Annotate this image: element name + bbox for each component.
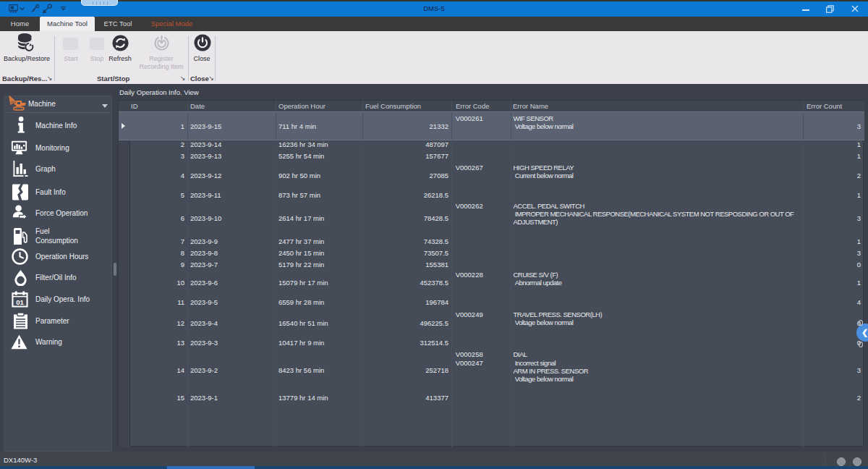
svg-text:01: 01 xyxy=(16,298,24,306)
